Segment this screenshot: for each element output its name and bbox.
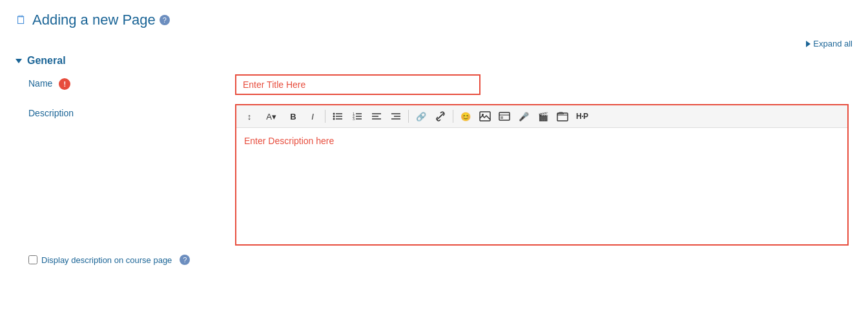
svg-line-18 [437, 113, 444, 120]
header-help-icon[interactable]: ? [160, 15, 170, 25]
toolbar-unordered-list-btn[interactable] [329, 108, 347, 125]
editor-content[interactable]: Enter Description here [236, 128, 847, 244]
top-bar: Expand all [16, 39, 852, 48]
svg-point-4 [333, 116, 335, 118]
page-title: Adding a new Page [32, 12, 156, 28]
editor-placeholder: Enter Description here [244, 136, 334, 146]
toolbar-italic-btn[interactable]: I [304, 108, 322, 125]
display-description-help-icon[interactable]: ? [180, 255, 190, 265]
page-container: 🗒 Adding a new Page ? Expand all General… [0, 0, 868, 290]
display-description-row: Display description on course page ? [16, 255, 852, 265]
description-form-row: Description ↕ A▾ B I 1.2.3 [16, 104, 852, 246]
display-description-checkbox[interactable] [28, 255, 37, 264]
description-editor-wrapper: ↕ A▾ B I 1.2.3. [235, 104, 852, 246]
toolbar-link-btn[interactable]: 🔗 [412, 108, 430, 125]
svg-point-5 [333, 118, 335, 120]
page-document-icon: 🗒 [16, 14, 27, 27]
section-general-title: General [27, 55, 66, 67]
toolbar-emoji-btn[interactable]: 😊 [457, 108, 475, 125]
svg-rect-24 [557, 113, 568, 121]
toolbar-align-left-btn[interactable] [367, 108, 386, 125]
toolbar-sep-2 [408, 110, 409, 123]
toolbar-format-btn[interactable]: ↕ [240, 108, 258, 125]
section-collapse-icon [16, 59, 22, 63]
expand-all-link[interactable]: Expand all [806, 39, 852, 48]
section-general-header[interactable]: General [16, 55, 852, 67]
toolbar-image-btn[interactable] [476, 108, 494, 125]
name-input[interactable] [235, 74, 480, 95]
toolbar-sep-3 [453, 110, 453, 123]
svg-text:3.: 3. [353, 117, 355, 121]
toolbar-align-right-btn[interactable] [387, 108, 405, 125]
toolbar-ordered-list-btn[interactable]: 1.2.3. [348, 108, 366, 125]
toolbar-bold-btn[interactable]: B [284, 108, 302, 125]
display-description-label: Display description on course page [41, 255, 172, 265]
description-label: Description [28, 104, 235, 118]
toolbar-h5p-btn[interactable]: H·P [573, 108, 592, 125]
svg-rect-23 [501, 116, 503, 119]
general-section: General Name ! Description ↕ A▾ [16, 55, 852, 265]
toolbar-video-btn[interactable]: 🎬 [534, 108, 552, 125]
toolbar-files-btn[interactable] [553, 108, 572, 125]
toolbar-media-btn[interactable] [495, 108, 513, 125]
expand-all-triangle-icon [806, 41, 811, 47]
editor-container: ↕ A▾ B I 1.2.3. [235, 104, 849, 246]
editor-toolbar: ↕ A▾ B I 1.2.3. [236, 105, 847, 128]
toolbar-font-size-btn[interactable]: A▾ [260, 108, 283, 125]
toolbar-sep-1 [325, 110, 326, 123]
name-label: Name ! [28, 74, 235, 90]
required-indicator: ! [59, 78, 70, 90]
toolbar-audio-btn[interactable]: 🎤 [515, 108, 533, 125]
page-header: 🗒 Adding a new Page ? [16, 12, 852, 28]
name-form-row: Name ! [16, 74, 852, 95]
svg-point-3 [333, 113, 335, 115]
toolbar-unlink-btn[interactable] [431, 108, 450, 125]
name-input-wrapper [235, 74, 852, 95]
expand-all-label: Expand all [813, 39, 852, 48]
